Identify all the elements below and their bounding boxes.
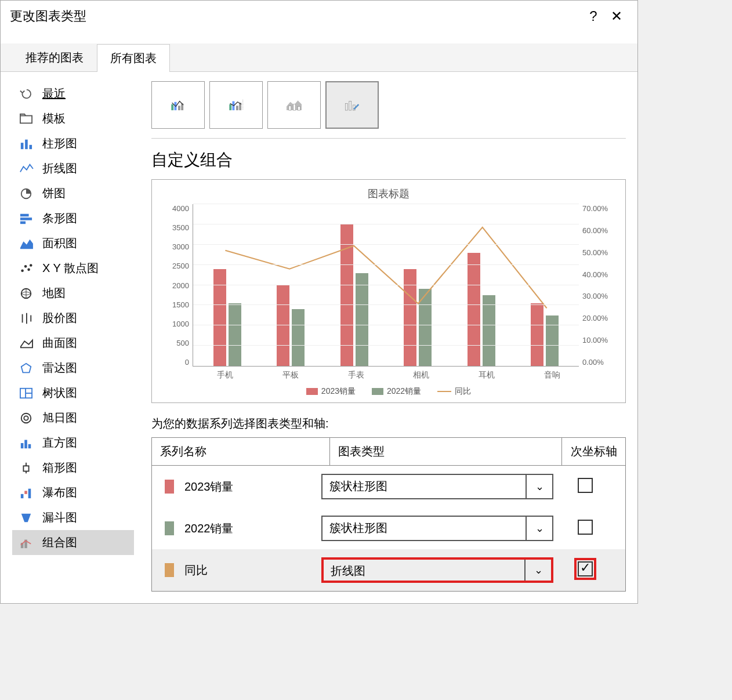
svg-rect-31 <box>28 488 31 498</box>
combo-subtype-3[interactable] <box>267 81 321 129</box>
svg-rect-37 <box>178 106 180 110</box>
custom-combo-icon <box>345 99 360 111</box>
sidebar-item-funnel[interactable]: 漏斗图 <box>12 505 134 530</box>
dialog-title: 更改图表类型 <box>10 8 582 25</box>
sidebar-item-label: 最近 <box>42 86 66 101</box>
chevron-down-icon: ⌄ <box>526 475 552 498</box>
svg-rect-23 <box>21 443 24 448</box>
sidebar-item-bar[interactable]: 条形图 <box>12 206 134 231</box>
sidebar-item-radar[interactable]: 雷达图 <box>12 356 134 380</box>
sidebar-item-label: 饼图 <box>42 186 66 201</box>
sidebar-item-map[interactable]: 地图 <box>12 281 134 306</box>
series-name: 2022销量 <box>184 521 321 536</box>
secondary-axis-checkbox[interactable] <box>578 561 593 576</box>
sidebar-item-waterfall[interactable]: 瀑布图 <box>12 480 134 505</box>
sidebar-item-column[interactable]: 柱形图 <box>12 131 134 156</box>
svg-rect-29 <box>21 494 24 498</box>
series-color-swatch <box>165 521 174 535</box>
sunburst-icon <box>18 411 34 425</box>
series-name: 同比 <box>184 563 321 578</box>
sidebar-item-label: 瀑布图 <box>42 485 77 500</box>
bar-icon <box>18 212 34 226</box>
tab-all[interactable]: 所有图表 <box>97 44 170 72</box>
sidebar-item-area[interactable]: 面积图 <box>12 231 134 256</box>
sidebar-item-sunburst[interactable]: 旭日图 <box>12 405 134 430</box>
sidebar-item-surface[interactable]: 曲面图 <box>12 331 134 356</box>
sidebar-item-label: 树状图 <box>42 385 77 401</box>
histogram-icon <box>18 436 34 450</box>
sidebar-item-label: 地图 <box>42 285 66 301</box>
stock-icon <box>18 311 34 325</box>
close-button[interactable]: ✕ <box>605 8 628 24</box>
series-row: 2023销量簇状柱形图⌄ <box>152 466 625 507</box>
secondary-axis-checkbox[interactable] <box>578 520 593 535</box>
sidebar-item-treemap[interactable]: 树状图 <box>12 380 134 405</box>
svg-rect-49 <box>349 101 351 111</box>
map-icon <box>18 286 34 300</box>
sidebar-item-combo[interactable]: 组合图 <box>12 530 134 555</box>
sidebar-item-label: 条形图 <box>42 211 77 226</box>
svg-point-21 <box>21 413 31 423</box>
series-color-swatch <box>165 563 174 577</box>
tab-recommended[interactable]: 推荐的图表 <box>12 43 97 71</box>
combo-subtype-row <box>151 81 626 139</box>
help-button[interactable]: ? <box>582 8 605 24</box>
chart-type-value: 簇状柱形图 <box>322 517 526 540</box>
sidebar-item-stock[interactable]: 股价图 <box>12 306 134 331</box>
svg-rect-48 <box>345 103 347 110</box>
sidebar-item-undo[interactable]: 最近 <box>12 81 134 106</box>
sidebar-item-label: 折线图 <box>42 161 77 176</box>
svg-marker-8 <box>20 239 33 249</box>
svg-rect-5 <box>20 213 29 216</box>
area-icon <box>18 237 34 251</box>
combo-subtype-custom[interactable] <box>325 81 379 129</box>
secondary-axis-checkbox[interactable] <box>578 478 593 493</box>
main-panel: 自定义组合 图表标题 40003500300025002000150010005… <box>134 81 626 592</box>
tab-strip: 推荐的图表 所有图表 <box>1 43 637 72</box>
folder-icon <box>18 112 34 126</box>
chart-type-dropdown[interactable]: 簇状柱形图⌄ <box>321 474 553 499</box>
treemap-icon <box>18 386 34 400</box>
legend: 2023销量2022销量同比 <box>158 380 619 399</box>
series-row: 2022销量簇状柱形图⌄ <box>152 507 625 549</box>
series-table: 系列名称 图表类型 次坐标轴 2023销量簇状柱形图⌄2022销量簇状柱形图⌄同… <box>151 437 626 592</box>
sidebar-item-scatter[interactable]: X Y 散点图 <box>12 256 134 281</box>
pie-icon <box>18 187 34 201</box>
column-icon <box>18 137 34 151</box>
svg-rect-0 <box>20 115 32 123</box>
sidebar-item-box[interactable]: 箱形图 <box>12 455 134 480</box>
chart-type-dropdown[interactable]: 簇状柱形图⌄ <box>321 516 553 541</box>
combo-subtype-1[interactable] <box>151 81 205 129</box>
surface-icon <box>18 336 34 350</box>
chart-type-dropdown[interactable]: 折线图⌄ <box>321 557 553 583</box>
sidebar-item-label: 直方图 <box>42 435 77 451</box>
chart-preview: 图表标题 40003500300025002000150010005000 70… <box>151 179 626 403</box>
sidebar-item-label: 面积图 <box>42 235 77 251</box>
clustered-column-line-secondary-icon <box>229 99 244 111</box>
funnel-icon <box>18 511 34 525</box>
sidebar-item-label: 模板 <box>42 111 66 126</box>
svg-rect-7 <box>20 221 26 224</box>
header-secondary-axis: 次坐标轴 <box>561 438 625 465</box>
sidebar-item-label: X Y 散点图 <box>42 260 99 276</box>
sidebar-item-folder[interactable]: 模板 <box>12 106 134 131</box>
svg-rect-2 <box>25 139 28 148</box>
combo-subtype-2[interactable] <box>209 81 263 129</box>
header-chart-type: 图表类型 <box>329 438 561 465</box>
sidebar-item-histogram[interactable]: 直方图 <box>12 430 134 455</box>
chart-title: 图表标题 <box>158 187 619 201</box>
line-icon <box>18 162 34 176</box>
sidebar-item-pie[interactable]: 饼图 <box>12 181 134 206</box>
svg-point-9 <box>21 269 24 272</box>
svg-rect-24 <box>24 440 27 448</box>
sidebar-item-line[interactable]: 折线图 <box>12 156 134 181</box>
chevron-down-icon: ⌄ <box>526 517 552 540</box>
sidebar-item-label: 漏斗图 <box>42 510 77 525</box>
svg-rect-46 <box>293 104 296 110</box>
combo-icon <box>18 536 34 550</box>
sidebar-item-label: 旭日图 <box>42 410 77 426</box>
undo-icon <box>18 87 34 101</box>
clustered-column-line-icon <box>171 99 186 111</box>
svg-rect-1 <box>21 143 24 149</box>
series-header: 系列名称 图表类型 次坐标轴 <box>152 438 625 466</box>
